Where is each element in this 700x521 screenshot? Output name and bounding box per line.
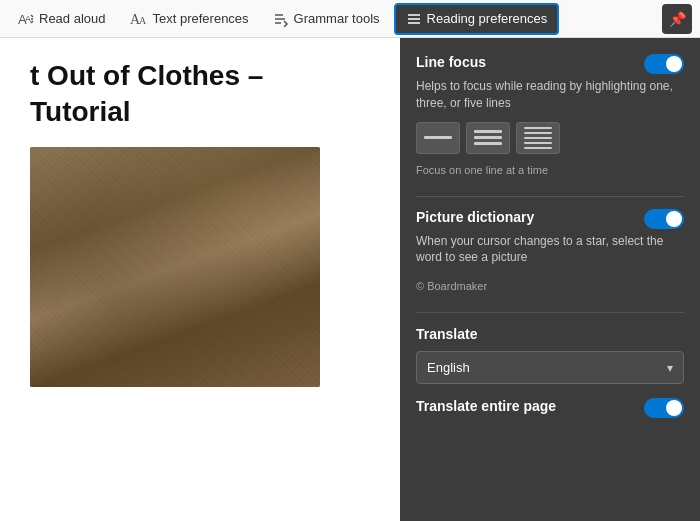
line-bar-3c — [524, 137, 552, 139]
translate-label: Translate — [416, 326, 477, 342]
picture-dictionary-label: Picture dictionary — [416, 209, 534, 225]
language-dropdown[interactable]: English ▾ — [416, 351, 684, 384]
toolbar-item-reading-preferences[interactable]: Reading preferences — [394, 3, 560, 35]
line-bar-2b — [474, 136, 502, 139]
line-focus-options — [416, 122, 684, 154]
svg-line-4 — [31, 21, 33, 23]
read-aloud-icon: A A — [18, 11, 34, 27]
line-bar-3d — [524, 142, 552, 144]
divider-1 — [416, 196, 684, 197]
toolbar-item-text-preferences[interactable]: A A Text preferences — [120, 3, 259, 35]
line-bar-3e — [524, 147, 552, 149]
pin-button[interactable]: 📌 — [662, 4, 692, 34]
svg-text:A: A — [25, 14, 31, 24]
svg-text:A: A — [139, 15, 147, 26]
line-bar-2a — [474, 130, 502, 133]
reading-preferences-label: Reading preferences — [427, 11, 548, 26]
main-content: t Out of Clothes – Tutorial Line focus H… — [0, 38, 700, 521]
line-focus-hint: Focus on one line at a time — [416, 164, 548, 176]
reading-preferences-icon — [406, 11, 422, 27]
line-focus-three-btn[interactable] — [466, 122, 510, 154]
line-focus-description: Helps to focus while reading by highligh… — [416, 78, 684, 112]
picture-dictionary-description: When your cursor changes to a star, sele… — [416, 233, 684, 267]
picture-dictionary-toggle[interactable] — [644, 209, 684, 229]
line-focus-label: Line focus — [416, 54, 486, 70]
read-aloud-label: Read aloud — [39, 11, 106, 26]
boardmaker-copyright: © Boardmaker — [416, 280, 487, 292]
article-title: t Out of Clothes – Tutorial — [30, 58, 370, 131]
toolbar-item-grammar-tools[interactable]: Grammar tools — [263, 3, 390, 35]
article-image — [30, 147, 320, 387]
line-bar-3b — [524, 132, 552, 134]
toolbar-item-read-aloud[interactable]: A A Read aloud — [8, 3, 116, 35]
text-preferences-icon: A A — [130, 11, 148, 27]
article-area: t Out of Clothes – Tutorial — [0, 38, 400, 521]
reading-preferences-panel: Line focus Helps to focus while reading … — [400, 38, 700, 521]
picture-dictionary-section: Picture dictionary When your cursor chan… — [416, 209, 684, 295]
svg-line-2 — [31, 15, 33, 17]
line-focus-five-btn[interactable] — [516, 122, 560, 154]
chevron-down-icon: ▾ — [667, 361, 673, 375]
line-bar-1 — [424, 136, 452, 139]
pin-icon: 📌 — [669, 11, 686, 27]
line-bar-2c — [474, 142, 502, 145]
line-bar-3a — [524, 127, 552, 129]
line-focus-toggle-row: Line focus — [416, 54, 684, 74]
language-value: English — [427, 360, 470, 375]
grammar-tools-icon — [273, 11, 289, 27]
translate-page-toggle-row: Translate entire page — [416, 398, 684, 418]
text-preferences-label: Text preferences — [153, 11, 249, 26]
toolbar: A A Read aloud A A Text preferences — [0, 0, 700, 38]
divider-2 — [416, 312, 684, 313]
translate-page-toggle[interactable] — [644, 398, 684, 418]
picture-dictionary-toggle-row: Picture dictionary — [416, 209, 684, 229]
line-focus-section: Line focus Helps to focus while reading … — [416, 54, 684, 178]
translate-page-label: Translate entire page — [416, 398, 556, 414]
line-focus-one-btn[interactable] — [416, 122, 460, 154]
line-focus-toggle[interactable] — [644, 54, 684, 74]
translate-section: Translate English ▾ Translate entire pag… — [416, 325, 684, 418]
grammar-tools-label: Grammar tools — [294, 11, 380, 26]
